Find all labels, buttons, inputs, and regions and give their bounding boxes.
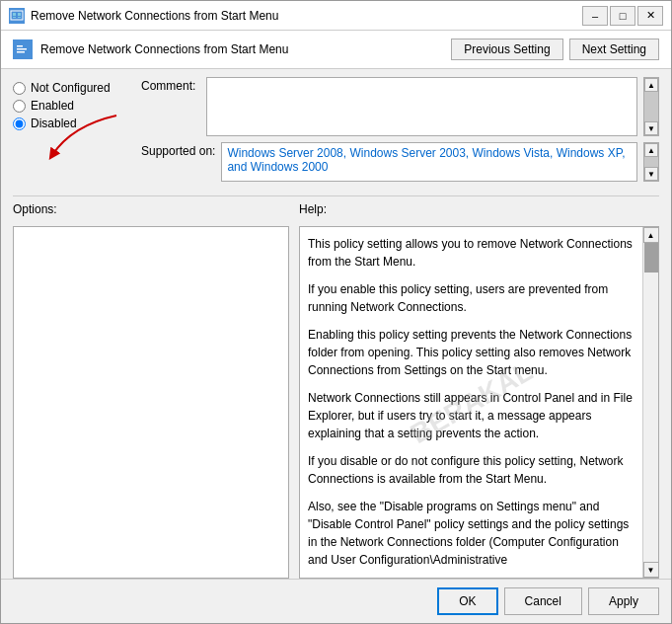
divider — [13, 195, 659, 196]
supported-label: Supported on: — [141, 142, 215, 158]
enabled-label: Enabled — [31, 99, 74, 113]
comment-label: Comment: — [141, 77, 200, 93]
not-configured-option[interactable]: Not Configured — [13, 81, 141, 95]
help-header: Help: — [299, 202, 659, 216]
svg-rect-4 — [18, 17, 21, 18]
footer: OK Cancel Apply — [1, 579, 671, 623]
help-para-1: This policy setting allows you to remove… — [308, 235, 635, 271]
minimize-button[interactable]: – — [582, 6, 608, 26]
title-bar: Remove Network Connections from Start Me… — [1, 1, 671, 31]
top-section: Not Configured Enabled Disabled Comment: — [13, 77, 659, 182]
svg-rect-1 — [13, 13, 16, 16]
supported-scroll-down[interactable]: ▼ — [644, 167, 658, 181]
content-header: Remove Network Connections from Start Me… — [1, 31, 671, 69]
help-para-5: If you disable or do not configure this … — [308, 452, 635, 488]
next-setting-button[interactable]: Next Setting — [569, 39, 659, 60]
ok-button[interactable]: OK — [437, 587, 497, 615]
options-box — [13, 226, 289, 579]
svg-rect-8 — [17, 51, 25, 53]
svg-rect-7 — [17, 48, 27, 50]
navigation-buttons: Previous Setting Next Setting — [451, 39, 659, 60]
comment-input[interactable] — [206, 77, 637, 136]
dialog-title: Remove Network Connections from Start Me… — [40, 42, 288, 56]
help-scrollbar: ▲ ▼ — [642, 227, 658, 578]
disabled-option[interactable]: Disabled — [13, 117, 141, 130]
supported-value: Windows Server 2008, Windows Server 2003… — [221, 142, 637, 182]
supported-scroll-up[interactable]: ▲ — [644, 143, 658, 157]
main-window: Remove Network Connections from Start Me… — [0, 0, 672, 624]
header-left: Remove Network Connections from Start Me… — [13, 39, 288, 59]
help-scroll-track-area — [644, 243, 658, 562]
not-configured-radio[interactable] — [13, 82, 26, 95]
help-para-2: If you enable this policy setting, users… — [308, 280, 635, 316]
help-inner: BERAKAL This policy setting allows you t… — [308, 235, 635, 570]
comment-scrollbar: ▲ ▼ — [643, 77, 659, 136]
supported-section: Supported on: Windows Server 2008, Windo… — [141, 142, 659, 182]
enabled-radio[interactable] — [13, 100, 26, 113]
svg-rect-6 — [17, 45, 23, 47]
comment-scroll-track — [644, 92, 658, 121]
apply-button[interactable]: Apply — [588, 587, 659, 615]
help-scroll-down[interactable]: ▼ — [643, 562, 659, 578]
close-button[interactable]: ✕ — [637, 6, 663, 26]
svg-rect-2 — [18, 13, 21, 16]
prev-setting-button[interactable]: Previous Setting — [451, 39, 562, 60]
help-panel: BERAKAL This policy setting allows you t… — [299, 226, 659, 579]
svg-rect-0 — [11, 11, 23, 20]
supported-scroll-track — [644, 157, 658, 167]
enabled-option[interactable]: Enabled — [13, 99, 141, 113]
help-scroll-thumb[interactable] — [644, 243, 658, 273]
supported-scrollbar: ▲ ▼ — [643, 142, 659, 182]
comment-scroll-up[interactable]: ▲ — [644, 78, 658, 92]
comment-section: Comment: ▲ ▼ — [141, 77, 659, 136]
options-panel — [13, 226, 289, 579]
help-para-4: Network Connections still appears in Con… — [308, 389, 635, 442]
help-para-3: Enabling this policy setting prevents th… — [308, 326, 635, 379]
window-icon — [9, 8, 25, 24]
panel-labels: Options: Help: — [13, 202, 659, 220]
disabled-radio[interactable] — [13, 117, 26, 130]
policy-icon — [13, 39, 33, 59]
options-header: Options: — [13, 202, 289, 216]
right-panel: Comment: ▲ ▼ Supported on: Windows Serve… — [141, 77, 659, 182]
window-controls: – □ ✕ — [582, 6, 663, 26]
radio-panel: Not Configured Enabled Disabled — [13, 77, 141, 182]
help-text: BERAKAL This policy setting allows you t… — [300, 227, 642, 578]
maximize-button[interactable]: □ — [610, 6, 635, 26]
svg-rect-3 — [13, 17, 16, 18]
help-scroll-up[interactable]: ▲ — [643, 227, 659, 243]
main-content: Not Configured Enabled Disabled Comment: — [1, 69, 671, 579]
help-para-6: Also, see the "Disable programs on Setti… — [308, 498, 635, 570]
cancel-button[interactable]: Cancel — [504, 587, 582, 615]
title-bar-text: Remove Network Connections from Start Me… — [31, 9, 582, 23]
bottom-section: BERAKAL This policy setting allows you t… — [13, 226, 659, 579]
comment-scroll-down[interactable]: ▼ — [644, 121, 658, 135]
help-content-wrapper: BERAKAL This policy setting allows you t… — [299, 226, 659, 579]
help-text-container: BERAKAL This policy setting allows you t… — [300, 227, 642, 578]
disabled-label: Disabled — [31, 117, 77, 130]
not-configured-label: Not Configured — [31, 81, 111, 95]
